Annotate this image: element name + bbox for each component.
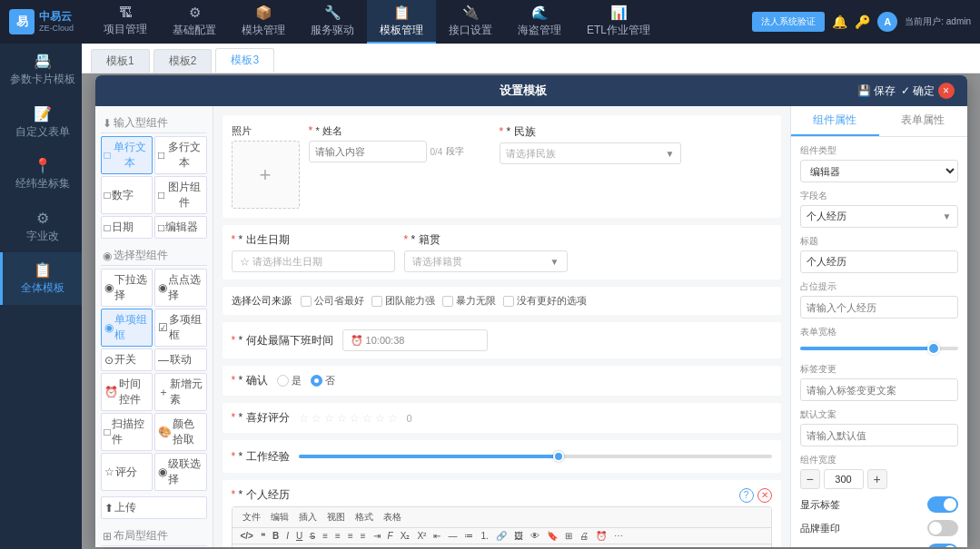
comp-text[interactable]: □ 单行文本 [101, 136, 153, 174]
save-button[interactable]: 💾 保存 [857, 83, 896, 99]
prop-required-toggle[interactable] [927, 544, 958, 547]
source-opt-4[interactable]: 没有更好的选项 [503, 294, 587, 308]
comp-switch[interactable]: ⊙ 开关 [101, 348, 153, 371]
bell-icon[interactable]: 🔔 [832, 15, 847, 29]
comp-editor[interactable]: □ 编辑器 [154, 216, 207, 239]
work-slider-container[interactable] [299, 447, 772, 466]
rt-highlight[interactable]: ✏ [282, 546, 294, 547]
tab-3[interactable]: 模板3 [215, 48, 274, 73]
tab-1[interactable]: 模板1 [91, 49, 150, 73]
rt-quote[interactable]: ❝ [258, 530, 268, 542]
rt-align-justify[interactable]: ≡ [358, 530, 369, 542]
photo-upload[interactable]: + [232, 141, 300, 209]
rt-align-center[interactable]: ≡ [332, 530, 343, 542]
prop-step-value[interactable] [824, 469, 864, 489]
prop-default-input[interactable] [800, 424, 958, 446]
menu-edit[interactable]: 编辑 [266, 509, 293, 525]
nav-item-service[interactable]: 🔧 服务驱动 [298, 0, 367, 44]
menu-table[interactable]: 表格 [379, 509, 406, 525]
prop-step-plus[interactable]: + [867, 469, 887, 489]
comp-upload[interactable]: ⬆ 上传 [101, 496, 207, 519]
rt-bookmark[interactable]: 🔖 [544, 530, 560, 542]
comp-radiogroup[interactable]: ◉ 单项组框 [101, 309, 153, 347]
rt-list-unordered[interactable]: ≔ [461, 530, 476, 542]
rt-more[interactable]: ⋯ [611, 530, 626, 542]
rt-strikethrough[interactable]: S̶ [307, 530, 318, 542]
comp-scan[interactable]: □ 扫描控件 [101, 413, 153, 451]
rt-superscript[interactable]: X² [414, 530, 429, 542]
nav-item-base[interactable]: ⚙ 基础配置 [160, 0, 229, 44]
rt-hr[interactable]: — [445, 530, 460, 542]
source-opt-1[interactable]: 公司省最好 [301, 294, 364, 308]
nav-item-project[interactable]: 🏗 项目管理 [91, 0, 160, 44]
key-icon[interactable]: 🔑 [855, 15, 870, 29]
comp-score[interactable]: ☆ 评分 [101, 453, 153, 491]
rt-code[interactable]: </> [238, 530, 256, 542]
menu-file[interactable]: 文件 [238, 509, 265, 525]
rt-crop[interactable]: ⊞ [562, 530, 575, 542]
props-tab-table[interactable]: 表单属性 [879, 106, 967, 136]
sidebar-item-custom[interactable]: 📝 自定义表单 [0, 96, 82, 149]
rt-subscript[interactable]: X₂ [398, 530, 413, 542]
comp-number[interactable]: □ 数字 [101, 176, 153, 214]
rt-outdent[interactable]: ⇤ [431, 530, 443, 542]
comp-newcolor[interactable]: ＋ 新增元素 [154, 373, 207, 411]
rt-underline[interactable]: U [293, 530, 305, 542]
props-tab-component[interactable]: 组件属性 [791, 106, 879, 136]
nav-item-template[interactable]: 📋 模板管理 [367, 0, 436, 44]
nav-item-resource[interactable]: 🔌 接口设置 [436, 0, 505, 44]
rt-font-size[interactable]: F [385, 530, 396, 542]
comp-cascade[interactable]: ◉ 级联选择 [154, 453, 207, 491]
rt-image-insert[interactable]: 🖼 [511, 530, 526, 542]
menu-insert[interactable]: 插入 [294, 509, 322, 525]
prop-placeholder-input[interactable] [800, 296, 958, 319]
prop-tagchange-input[interactable] [800, 378, 958, 401]
rt-align-right[interactable]: ≡ [345, 530, 356, 542]
comp-checkbox[interactable]: ☑ 多项组框 [154, 309, 207, 347]
help-icon[interactable]: ? [739, 488, 754, 503]
comp-dotselect[interactable]: ◉ 点点选择 [154, 269, 207, 307]
close-button[interactable]: × [938, 83, 955, 99]
confirm-button[interactable]: ✓ 确定 [901, 83, 935, 99]
confirm-no[interactable]: 否 [311, 374, 335, 387]
prop-show-toggle[interactable] [927, 496, 958, 513]
comp-colorpicker[interactable]: 🎨 颜色拾取 [154, 413, 207, 451]
rt-eye[interactable]: 👁 [528, 530, 542, 542]
confirm-yes[interactable]: 是 [277, 374, 302, 387]
prop-type-select[interactable]: 编辑器 [800, 160, 958, 182]
comp-datetime[interactable]: ⏰ 时间控件 [101, 373, 153, 411]
comp-image[interactable]: □ 图片组件 [154, 176, 207, 214]
prop-label-input[interactable] [800, 250, 958, 273]
comp-multitext[interactable]: □ 多行文本 [154, 136, 207, 174]
comp-linkage[interactable]: — 联动 [154, 348, 207, 371]
nav-item-block[interactable]: 📦 模块管理 [229, 0, 298, 44]
star-rating[interactable]: ☆☆☆☆☆☆☆☆ [299, 412, 398, 425]
sidebar-item-bizlogic[interactable]: ⚙ 字业改 [0, 201, 82, 253]
menu-format[interactable]: 格式 [351, 509, 378, 525]
rt-link[interactable]: 🔗 [493, 530, 510, 542]
sidebar-item-template[interactable]: 📋 全体模板 [0, 252, 82, 305]
sidebar-item-location[interactable]: 📍 经纬坐标集 [0, 148, 82, 201]
name-input[interactable] [309, 141, 427, 162]
source-opt-2[interactable]: 团队能力强 [371, 294, 435, 308]
nav-item-sea[interactable]: 🌊 海盗管理 [505, 0, 574, 44]
rt-time[interactable]: ⏰ [593, 530, 609, 542]
prop-width-slider[interactable] [800, 341, 958, 356]
rt-emoji[interactable]: ☺ [252, 546, 267, 547]
comp-date[interactable]: □ 日期 [101, 216, 153, 239]
corp-btn[interactable]: 法人系统验证 [752, 12, 825, 32]
rt-special[interactable]: ⛶ [296, 546, 311, 547]
rt-italic[interactable]: I [283, 530, 292, 542]
rt-print[interactable]: 🖨 [577, 530, 591, 542]
source-opt-3[interactable]: 暴力无限 [442, 294, 496, 308]
comp-dropdown[interactable]: ◉ 下拉选择 [101, 269, 153, 307]
rt-indent[interactable]: ⇥ [371, 530, 383, 542]
rt-list-ordered[interactable]: 1. [478, 530, 490, 542]
delete-icon[interactable]: ✕ [757, 488, 772, 503]
tab-2[interactable]: 模板2 [153, 49, 213, 73]
rt-align-left[interactable]: ≡ [320, 530, 331, 542]
prop-step-minus[interactable]: − [800, 469, 820, 489]
nav-item-etl[interactable]: 📊 ETL作业管理 [574, 0, 663, 44]
menu-view[interactable]: 视图 [322, 509, 350, 525]
prop-watermark-toggle[interactable] [927, 520, 958, 536]
